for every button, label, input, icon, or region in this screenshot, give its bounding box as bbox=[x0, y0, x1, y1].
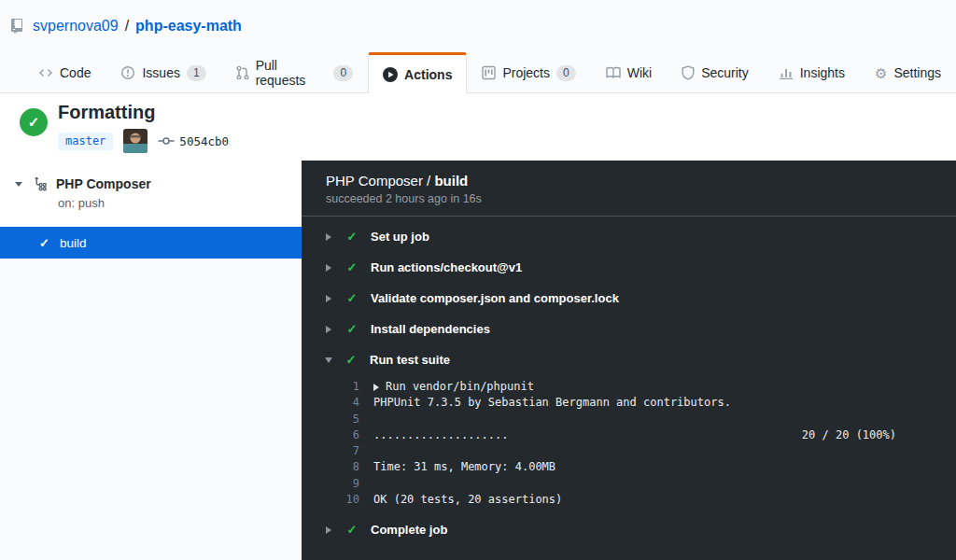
step-complete-job[interactable]: ✓ Complete job bbox=[302, 514, 956, 545]
run-title: Formatting bbox=[58, 102, 155, 123]
log-line-number: 5 bbox=[302, 412, 359, 427]
workflow-name: PHP Composer bbox=[56, 176, 151, 191]
step-name: Run actions/checkout@v1 bbox=[371, 260, 522, 274]
repo-icon bbox=[11, 19, 26, 34]
workflow-run-header: ✓ Formatting master 5054cb0 bbox=[0, 93, 956, 161]
job-log-header: PHP Composer / build succeeded 2 hours a… bbox=[302, 161, 956, 217]
job-name: build bbox=[60, 236, 87, 250]
issues-count-badge: 1 bbox=[187, 65, 206, 81]
commit-ref[interactable]: 5054cb0 bbox=[158, 134, 229, 148]
log-line-text: Time: 31 ms, Memory: 4.00MB bbox=[373, 459, 555, 475]
step-name: Install dependencies bbox=[371, 322, 490, 336]
step-expand-icon[interactable] bbox=[326, 326, 331, 333]
step-set-up-job[interactable]: ✓ Set up job bbox=[302, 221, 956, 252]
tab-insights-label: Insights bbox=[800, 65, 845, 80]
workflow-collapse-icon[interactable] bbox=[15, 182, 22, 187]
breadcrumb-repo-link[interactable]: php-easy-math bbox=[135, 18, 242, 35]
repo-tab-bar: Code Issues 1 Pull requests 0 Actions Pr… bbox=[0, 52, 956, 93]
log-line-number: 8 bbox=[302, 459, 359, 475]
step-collapse-icon[interactable] bbox=[325, 357, 332, 363]
log-line-number: 6 bbox=[302, 427, 359, 443]
tab-wiki-label: Wiki bbox=[627, 65, 652, 80]
main-content: PHP Composer on: push ✓ build PHP Compos… bbox=[0, 161, 956, 560]
tab-security-label: Security bbox=[701, 65, 749, 80]
tab-pull-requests[interactable]: Pull requests 0 bbox=[221, 52, 368, 92]
tab-security[interactable]: Security bbox=[667, 52, 764, 92]
step-list: ✓ Set up job ✓ Run actions/checkout@v1 ✓… bbox=[302, 217, 956, 545]
tab-insights[interactable]: Insights bbox=[764, 52, 860, 92]
sidebar-job-build[interactable]: ✓ build bbox=[0, 227, 302, 259]
commit-icon bbox=[158, 135, 175, 147]
job-log-subtitle: succeeded 2 hours ago in 16s bbox=[326, 192, 956, 205]
run-status-success-icon: ✓ bbox=[20, 108, 48, 136]
log-line: 5 bbox=[302, 412, 956, 427]
workflow-icon bbox=[34, 176, 49, 191]
committer-avatar[interactable] bbox=[123, 129, 148, 153]
log-line: 6 .................... 20 / 20 (100%) bbox=[302, 427, 956, 443]
step-validate-composer[interactable]: ✓ Validate composer.json and composer.lo… bbox=[302, 283, 956, 314]
log-line-number: 9 bbox=[302, 476, 359, 492]
tab-code[interactable]: Code bbox=[23, 52, 105, 92]
log-line: 1 Run vendor/bin/phpunit bbox=[302, 379, 956, 395]
step-success-check-icon: ✓ bbox=[344, 353, 358, 367]
step-expand-icon[interactable] bbox=[326, 233, 331, 241]
tab-issues[interactable]: Issues 1 bbox=[105, 52, 220, 92]
tab-pull-requests-label: Pull requests bbox=[256, 58, 328, 88]
log-line-text: PHPUnit 7.3.5 by Sebastian Bergmann and … bbox=[373, 395, 731, 411]
tab-projects[interactable]: Projects 0 bbox=[467, 52, 590, 92]
log-line: 7 bbox=[302, 443, 956, 459]
tab-code-label: Code bbox=[60, 65, 91, 80]
job-log-job-name: build bbox=[434, 173, 468, 189]
log-line: 8 Time: 31 ms, Memory: 4.00MB bbox=[302, 459, 956, 475]
log-line-number: 1 bbox=[302, 379, 359, 395]
step-expand-icon[interactable] bbox=[326, 526, 331, 534]
tab-wiki[interactable]: Wiki bbox=[591, 52, 667, 92]
commit-sha: 5054cb0 bbox=[179, 134, 229, 148]
projects-count-badge: 0 bbox=[556, 65, 576, 81]
step-name: Run test suite bbox=[370, 353, 450, 367]
log-line-text: OK (20 tests, 20 assertions) bbox=[373, 492, 562, 508]
tab-actions[interactable]: Actions bbox=[368, 52, 467, 93]
step-success-check-icon: ✓ bbox=[344, 230, 359, 244]
breadcrumb: svpernova09 / php-easy-math bbox=[11, 18, 242, 35]
workflow-trigger: on: push bbox=[58, 196, 302, 210]
job-success-check-icon: ✓ bbox=[39, 236, 49, 250]
log-line-number: 7 bbox=[302, 443, 359, 459]
workflow-sidebar: PHP Composer on: push ✓ build bbox=[0, 161, 302, 560]
github-actions-page: svpernova09 / php-easy-math Code Issues … bbox=[0, 0, 956, 560]
branch-badge[interactable]: master bbox=[58, 133, 113, 150]
step-success-check-icon: ✓ bbox=[344, 291, 359, 305]
log-line: 9 bbox=[302, 476, 956, 492]
log-line-number: 10 bbox=[302, 492, 359, 508]
tab-settings[interactable]: ⚙ Settings bbox=[860, 52, 956, 92]
step-checkout[interactable]: ✓ Run actions/checkout@v1 bbox=[302, 252, 956, 283]
tab-actions-label: Actions bbox=[404, 67, 452, 82]
log-line-progress: 20 / 20 (100%) bbox=[802, 427, 896, 443]
step-expand-icon[interactable] bbox=[326, 295, 331, 302]
run-meta: master 5054cb0 bbox=[58, 129, 229, 153]
tab-issues-label: Issues bbox=[142, 65, 179, 80]
step-expand-icon[interactable] bbox=[326, 264, 331, 272]
log-line-number: 4 bbox=[302, 395, 359, 411]
workflow-section: PHP Composer on: push bbox=[0, 161, 302, 227]
log-line-text: .................... bbox=[373, 427, 509, 443]
step-run-test-suite[interactable]: ✓ Run test suite bbox=[302, 344, 956, 375]
step-install-dependencies[interactable]: ✓ Install dependencies bbox=[302, 314, 956, 344]
repo-header: svpernova09 / php-easy-math bbox=[0, 0, 956, 52]
breadcrumb-owner-link[interactable]: svpernova09 bbox=[33, 18, 119, 35]
step-name: Complete job bbox=[371, 523, 447, 537]
workflow-item[interactable]: PHP Composer bbox=[0, 161, 302, 191]
pull-requests-count-badge: 0 bbox=[333, 65, 353, 81]
step-name: Set up job bbox=[371, 230, 429, 244]
job-log-panel: PHP Composer / build succeeded 2 hours a… bbox=[302, 161, 956, 560]
log-command-expander-icon[interactable] bbox=[373, 384, 379, 391]
tab-projects-label: Projects bbox=[502, 65, 550, 80]
job-log-title: PHP Composer / build bbox=[326, 173, 956, 189]
gear-icon: ⚙ bbox=[875, 66, 887, 80]
job-log-workflow-name: PHP Composer bbox=[326, 173, 423, 189]
tab-settings-label: Settings bbox=[893, 65, 941, 80]
job-log-title-separator: / bbox=[423, 173, 435, 189]
breadcrumb-separator: / bbox=[125, 18, 129, 35]
log-line: 10 OK (20 tests, 20 assertions) bbox=[302, 492, 956, 508]
step-success-check-icon: ✓ bbox=[344, 260, 359, 274]
